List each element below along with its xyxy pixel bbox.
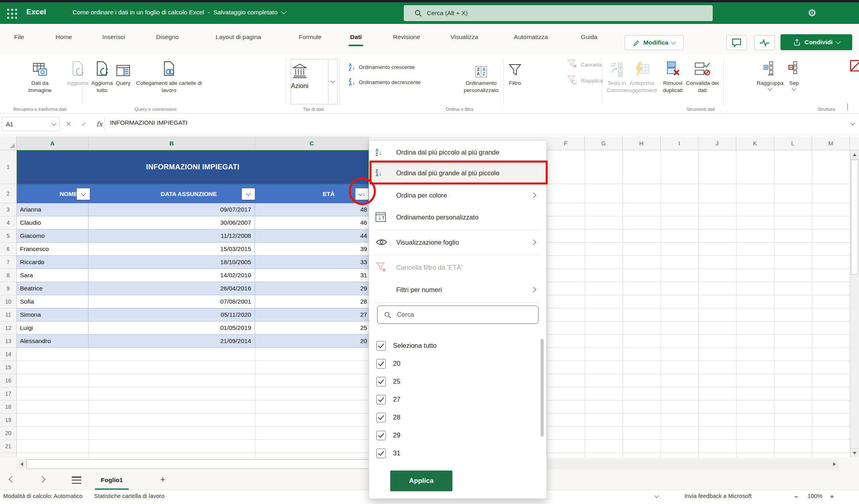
tab-inserisci[interactable]: Inserisci — [102, 33, 125, 41]
row-header-12[interactable]: 12 — [0, 322, 16, 335]
header-eta[interactable]: ETÀ — [292, 184, 366, 203]
row-header-14[interactable]: 14 — [0, 348, 16, 361]
gear-icon[interactable]: ⚙ — [808, 7, 816, 19]
convalida-dati-button[interactable]: Convalida dei dati — [686, 58, 719, 94]
row-header-7[interactable]: 7 — [0, 256, 16, 269]
cell-data-assunzione[interactable]: 05/11/2020 — [88, 308, 255, 321]
row-header-4[interactable]: 4 — [0, 216, 16, 229]
col-header-I[interactable]: I — [660, 136, 698, 150]
azioni-button[interactable]: Azioni — [291, 59, 338, 104]
document-title-group[interactable]: Come ordinare i dati in un foglio di cal… — [73, 9, 286, 16]
search-input[interactable]: Cerca (Alt + X) — [404, 5, 713, 21]
app-launcher-waffle-icon[interactable] — [6, 7, 18, 20]
cell-data-assunzione[interactable]: 26/04/2016 — [88, 282, 255, 295]
chevron-down-icon[interactable] — [281, 9, 287, 14]
share-button[interactable]: Condividi — [780, 34, 852, 50]
cell-data-assunzione[interactable]: 21/09/2014 — [88, 335, 255, 347]
expand-formula-bar-chevron[interactable] — [850, 121, 855, 125]
filter-value-item[interactable]: 27 — [370, 390, 537, 408]
menu-item-custom-sort[interactable]: ↓↑ Ordinamento personalizzato — [370, 206, 546, 228]
prev-sheet-chevron[interactable] — [10, 477, 14, 482]
zoom-in-button[interactable]: + — [830, 493, 834, 501]
cell-nome[interactable]: Claudio — [17, 216, 88, 229]
ordinamento-crescente-button[interactable]: AZ↓ Ordinamento crescente — [349, 61, 456, 73]
menu-item-sort-by-color[interactable]: Ordina per colore — [370, 184, 546, 206]
scroll-up-button[interactable] — [850, 150, 859, 159]
add-sheet-button[interactable]: + — [160, 475, 165, 485]
cell-data-assunzione[interactable]: 18/10/2005 — [88, 256, 255, 269]
apply-filter-button[interactable]: Applica — [390, 471, 452, 491]
cell-nome[interactable]: Alessandro — [17, 335, 88, 347]
col-header-L[interactable]: L — [774, 136, 812, 150]
cell-eta[interactable]: 33 — [255, 256, 369, 269]
row-header-9[interactable]: 9 — [0, 282, 16, 295]
menu-item-number-filters[interactable]: Filtri per numeri — [370, 278, 546, 301]
tab-layout-di-pagina[interactable]: Layout di pagina — [216, 33, 261, 41]
tab-disegno[interactable]: Disegno — [156, 33, 179, 41]
filter-button-eta-active[interactable]: ↓ — [355, 188, 369, 200]
calc-mode-status[interactable]: Modalità di calcolo: Automatico — [3, 493, 83, 499]
cell-eta[interactable]: 46 — [255, 216, 369, 229]
formula-content[interactable]: INFORMAZIONI IMPIEGATI — [110, 119, 187, 126]
row-header-3[interactable]: 3 — [0, 203, 16, 216]
row-header-18[interactable]: 18 — [0, 400, 16, 414]
collegamenti-button[interactable]: Collegamenti alle cartelle di lavoro — [136, 58, 202, 94]
filter-value-item[interactable]: 31 — [370, 444, 537, 462]
table-title-cell-A1[interactable]: INFORMAZIONI IMPIEGATI — [17, 150, 369, 184]
cell-data-assunzione[interactable]: 01/05/2019 — [88, 322, 255, 334]
row-header-15[interactable]: 15 — [0, 361, 16, 374]
tab-file[interactable]: File — [14, 33, 24, 41]
tab-formule[interactable]: Formule — [299, 33, 322, 41]
filter-search-input[interactable]: Cerca — [377, 306, 539, 324]
tab-dati-active[interactable]: Dati — [350, 33, 362, 41]
filter-button-nome[interactable] — [77, 188, 90, 200]
row-header-8[interactable]: 8 — [0, 269, 16, 282]
row-header-1[interactable]: 1 — [0, 150, 16, 184]
vertical-scrollbar[interactable] — [850, 150, 859, 457]
filter-value-item[interactable]: 25 — [370, 373, 537, 390]
row-header-13[interactable]: 13 — [0, 335, 16, 348]
rimuovi-duplicati-button[interactable]: Rimuovi duplicati — [663, 58, 683, 94]
cell-data-assunzione[interactable]: 30/06/2007 — [88, 216, 255, 229]
checkbox-checked-icon[interactable] — [376, 395, 386, 404]
col-header-B[interactable]: B — [88, 136, 255, 150]
row-header-10[interactable]: 10 — [0, 295, 16, 308]
ordinamento-personalizzato-button[interactable]: ZAAZ Ordinamento personalizzato — [464, 58, 498, 94]
aggiorna-tutto-button[interactable]: Aggiorna tutto — [91, 58, 113, 94]
checkbox-checked-icon[interactable] — [376, 431, 386, 440]
checkbox-checked-icon[interactable] — [376, 377, 386, 386]
tab-automatizza[interactable]: Automatizza — [514, 33, 548, 41]
collapse-ribbon-chevron[interactable] — [847, 104, 848, 111]
zoom-out-button[interactable]: − — [794, 493, 798, 501]
scroll-down-button[interactable] — [850, 448, 859, 457]
cell-nome[interactable]: Giacomo — [17, 229, 88, 242]
checkbox-checked-icon[interactable] — [376, 341, 386, 351]
filter-button-data-assunzione[interactable] — [242, 188, 255, 200]
col-header-G[interactable]: G — [585, 136, 623, 150]
cell-eta[interactable]: 27 — [255, 308, 369, 321]
checkbox-checked-icon[interactable] — [376, 413, 386, 422]
cell-data-assunzione[interactable]: 09/07/2017 — [88, 203, 255, 216]
comments-button[interactable] — [726, 35, 747, 50]
separa-button[interactable]: Sep — [788, 58, 800, 90]
filter-value-item[interactable]: 29 — [370, 426, 537, 444]
row-header-11[interactable]: 11 — [0, 308, 16, 322]
cell-nome[interactable]: Luigi — [17, 322, 88, 334]
header-nome[interactable]: NOME — [29, 184, 108, 203]
filter-value-item[interactable]: 28 — [370, 408, 537, 426]
col-header-H[interactable]: H — [623, 136, 660, 150]
chevron-down-icon[interactable] — [655, 495, 658, 497]
row-header-6[interactable]: 6 — [0, 243, 16, 256]
cell-eta[interactable]: 29 — [255, 282, 369, 295]
cell-data-assunzione[interactable]: 14/02/2010 — [88, 269, 255, 282]
filtro-button[interactable]: Filtro — [508, 58, 522, 87]
filter-list-scroll-thumb[interactable] — [541, 339, 544, 437]
dati-da-immagine-button[interactable]: Dati da immagine — [28, 58, 52, 94]
cell-nome[interactable]: Sara — [17, 269, 88, 282]
scroll-right-button[interactable] — [830, 459, 839, 469]
col-header-F[interactable]: F — [547, 136, 585, 150]
row-header-19[interactable]: 19 — [0, 414, 16, 427]
cell-eta[interactable]: 20 — [255, 335, 369, 347]
cell-eta[interactable]: 25 — [255, 322, 369, 334]
chevron-down-icon[interactable] — [51, 121, 56, 126]
